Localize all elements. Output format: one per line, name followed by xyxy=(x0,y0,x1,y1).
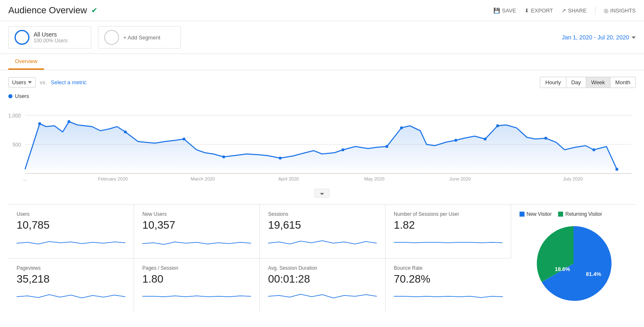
chart-section: Users vs. Select a metric Hourly Day Wee… xyxy=(0,70,644,204)
segment-name: All Users xyxy=(34,31,68,38)
pie-chart: 81.4% 18.6% xyxy=(532,222,615,305)
stat-pages-session-label: Pages / Session xyxy=(142,265,251,271)
svg-text:...: ... xyxy=(23,176,27,181)
metric-label: Users xyxy=(12,79,26,85)
svg-point-9 xyxy=(183,138,185,141)
stat-bounce-rate-sparkline xyxy=(394,289,503,301)
legend-label: Users xyxy=(15,93,29,99)
svg-point-7 xyxy=(68,120,71,123)
share-button[interactable]: ↗ SHARE xyxy=(561,7,587,14)
export-button[interactable]: ⬇ EXPORT xyxy=(524,7,553,14)
tabs-row: Overview xyxy=(0,54,644,70)
stat-bounce-rate: Bounce Rate 70.28% xyxy=(385,259,511,312)
chart-controls-left: Users vs. Select a metric xyxy=(8,77,87,88)
new-visitor-label: New Visitor xyxy=(527,211,551,217)
stats-section: Users 10,785 New Users 10,357 Sessions 1… xyxy=(0,204,644,320)
save-label: SAVE xyxy=(502,7,516,14)
stat-users: Users 10,785 xyxy=(8,205,134,259)
insights-icon: ◎ xyxy=(604,7,608,14)
svg-text:July 2020: July 2020 xyxy=(563,176,583,181)
stat-users-sparkline xyxy=(17,235,125,247)
svg-point-6 xyxy=(38,122,41,125)
header-actions: 💾 SAVE ⬇ EXPORT ↗ SHARE ◎ INSIGHTS xyxy=(493,6,636,15)
stat-new-users-sparkline xyxy=(142,235,251,247)
svg-text:81.4%: 81.4% xyxy=(586,271,601,277)
stat-sessions-per-user: Number of Sessions per User 1.82 xyxy=(385,205,511,259)
svg-text:1,000: 1,000 xyxy=(8,113,21,119)
chart-legend: Users xyxy=(8,93,636,99)
share-icon: ↗ xyxy=(561,7,566,14)
pie-section: New Visitor Returning Visitor 81.4% xyxy=(511,204,636,312)
page-title: Audience Overview xyxy=(8,5,87,16)
insights-button[interactable]: ◎ INSIGHTS xyxy=(604,7,636,14)
period-month[interactable]: Month xyxy=(610,77,636,88)
stat-sessions-per-user-value: 1.82 xyxy=(394,219,503,232)
divider xyxy=(595,6,595,15)
stat-sessions-per-user-sparkline xyxy=(394,235,503,247)
chart-svg: 1,000 500 xyxy=(8,101,636,192)
segment-sub: 100.00% Users xyxy=(34,38,68,44)
period-day[interactable]: Day xyxy=(566,77,586,88)
pie-legend: New Visitor Returning Visitor xyxy=(520,211,627,217)
stat-pageviews: Pageviews 35,218 xyxy=(8,259,134,312)
export-label: EXPORT xyxy=(531,7,553,14)
legend-dot xyxy=(8,94,12,98)
chevron-down-icon xyxy=(632,37,636,39)
chart-container: 1,000 500 xyxy=(8,101,636,192)
svg-point-11 xyxy=(279,157,282,160)
header-left: Audience Overview ✔ xyxy=(8,5,98,16)
stat-avg-session-value: 00:01:28 xyxy=(268,273,377,286)
svg-point-10 xyxy=(222,156,225,159)
metric-dropdown[interactable]: Users xyxy=(8,77,36,88)
svg-point-19 xyxy=(593,149,595,151)
period-week[interactable]: Week xyxy=(586,77,610,88)
svg-point-16 xyxy=(484,138,487,141)
stat-new-users-value: 10,357 xyxy=(142,219,251,232)
returning-visitor-color xyxy=(558,212,563,217)
date-range-picker[interactable]: Jan 1, 2020 - Jul 20, 2020 xyxy=(562,34,636,41)
svg-point-8 xyxy=(124,131,127,134)
add-segment-button[interactable]: + Add Segment xyxy=(98,26,181,49)
stat-avg-session: Avg. Session Duration 00:01:28 xyxy=(260,259,385,312)
svg-text:February 2020: February 2020 xyxy=(98,176,128,181)
stat-sessions-per-user-label: Number of Sessions per User xyxy=(394,211,503,217)
new-visitor-color xyxy=(520,212,524,217)
stat-avg-session-label: Avg. Session Duration xyxy=(268,265,377,271)
select-metric-link[interactable]: Select a metric xyxy=(51,79,87,85)
stat-pages-session: Pages / Session 1.80 xyxy=(134,259,260,312)
save-icon: 💾 xyxy=(493,7,500,14)
chart-controls: Users vs. Select a metric Hourly Day Wee… xyxy=(8,77,636,88)
stat-sessions-sparkline xyxy=(268,235,377,247)
segments-row: All Users 100.00% Users + Add Segment Ja… xyxy=(0,21,644,54)
segments-left: All Users 100.00% Users + Add Segment xyxy=(8,26,181,49)
returning-visitor-label: Returning Visitor xyxy=(565,211,602,217)
segment-info: All Users 100.00% Users xyxy=(34,31,68,44)
header: Audience Overview ✔ 💾 SAVE ⬇ EXPORT ↗ SH… xyxy=(0,0,644,21)
stat-new-users-label: New Users xyxy=(142,211,251,217)
svg-point-15 xyxy=(454,139,457,142)
stat-pages-session-value: 1.80 xyxy=(142,273,251,286)
metric-chevron-icon xyxy=(28,81,32,83)
svg-point-17 xyxy=(496,124,499,127)
share-label: SHARE xyxy=(568,7,587,14)
stats-grid: Users 10,785 New Users 10,357 Sessions 1… xyxy=(8,204,511,312)
verified-icon: ✔ xyxy=(91,6,98,15)
stat-sessions-value: 19,615 xyxy=(268,219,377,232)
collapse-icon xyxy=(320,193,324,195)
svg-text:500: 500 xyxy=(12,142,21,148)
vs-label: vs. xyxy=(40,79,47,85)
svg-text:June 2020: June 2020 xyxy=(449,176,471,181)
stat-avg-session-sparkline xyxy=(268,289,377,301)
period-hourly[interactable]: Hourly xyxy=(540,77,566,88)
save-button[interactable]: 💾 SAVE xyxy=(493,7,516,14)
svg-point-20 xyxy=(615,168,618,171)
svg-text:April 2020: April 2020 xyxy=(278,176,299,181)
stat-users-value: 10,785 xyxy=(17,219,125,232)
stat-bounce-rate-label: Bounce Rate xyxy=(394,265,503,271)
insights-label: INSIGHTS xyxy=(610,7,636,14)
svg-point-13 xyxy=(385,145,388,148)
primary-segment[interactable]: All Users 100.00% Users xyxy=(8,26,91,49)
svg-point-14 xyxy=(400,127,403,129)
tab-overview[interactable]: Overview xyxy=(8,54,44,70)
stat-users-label: Users xyxy=(17,211,125,217)
